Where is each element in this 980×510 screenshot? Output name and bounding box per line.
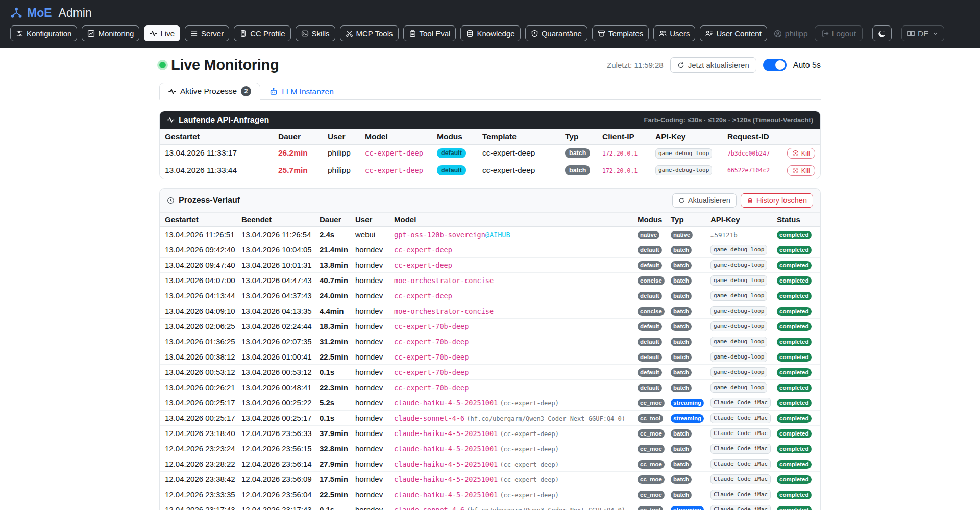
history-row: 13.04.2026 04:13:4413.04.2026 04:37:4324… (160, 288, 820, 303)
app-header: MoE Admin KonfigurationMonitoringLiveSer… (0, 0, 980, 48)
cell-started: 13.04.2026 00:38:12 (160, 349, 236, 365)
server-icon (190, 30, 198, 37)
cell-started: 13.04.2026 11:26:51 (160, 227, 236, 242)
cell-modus: concise (632, 273, 666, 288)
cell-duration: 17.5min (314, 472, 350, 487)
api-key-badge: game-debug-loop (710, 275, 767, 286)
cell-user: philipp (323, 162, 360, 178)
tab-aktive-prozesse[interactable]: Aktive Prozesse 2 (159, 83, 260, 100)
tab-llm-instanzen[interactable]: LLM Instanzen (260, 84, 343, 100)
language-select[interactable]: DE (901, 26, 944, 41)
history-row: 13.04.2026 11:26:5113.04.2026 11:26:542.… (160, 227, 820, 242)
nav-cc-profile[interactable]: CC Profile (234, 26, 290, 41)
history-clear-button[interactable]: History löschen (741, 193, 813, 208)
col-modus: Modus (632, 213, 666, 227)
current-user-name: philipp (785, 29, 808, 38)
refresh-now-button[interactable]: Jetzt aktualisieren (670, 57, 756, 73)
shield-icon (531, 30, 538, 37)
cell-typ: streaming (666, 502, 705, 510)
cell-duration: 0.1s (314, 365, 350, 380)
cell-typ: batch (666, 303, 705, 319)
modus-badge: default (638, 338, 662, 346)
cell-status: completed (772, 227, 820, 242)
nav-knowledge[interactable]: Knowledge (460, 26, 520, 41)
modus-badge: cc_moe (638, 429, 665, 438)
cell-ended: 12.04.2026 23:56:04 (236, 487, 314, 502)
cell-typ: streaming (666, 395, 705, 411)
history-row: 13.04.2026 00:26:2113.04.2026 00:48:4122… (160, 380, 820, 395)
tabs: Aktive Prozesse 2 LLM Instanzen (159, 83, 821, 100)
history-refresh-button[interactable]: Aktualisieren (672, 193, 737, 208)
cell-user: horndev (350, 273, 389, 288)
nav-label: CC Profile (250, 29, 285, 38)
nav-label: Quarantäne (542, 29, 582, 38)
cell-modus: cc_tool (632, 411, 666, 426)
nav-live[interactable]: Live (144, 26, 180, 41)
col-status: Status (772, 213, 820, 227)
history-row: 12.04.2026 23:23:2412.04.2026 23:56:1532… (160, 441, 820, 456)
modus-badge: default (437, 148, 466, 158)
cell-client-ip: 172.20.0.1 (597, 162, 650, 178)
nav-mcp-tools[interactable]: MCP Tools (340, 26, 399, 41)
pulse-icon (150, 30, 157, 37)
nav-server[interactable]: Server (185, 26, 229, 41)
api-key-badge: game-debug-loop (710, 382, 767, 393)
cell-typ: batch (666, 441, 705, 456)
typ-badge: batch (671, 276, 692, 285)
clipboard-icon (409, 30, 416, 37)
nav-users[interactable]: Users (653, 26, 695, 41)
cell-modus: cc_moe (632, 456, 666, 472)
dark-mode-toggle[interactable] (872, 26, 892, 41)
kill-button[interactable]: Kill (787, 148, 815, 159)
cell-template: cc-expert-deep (477, 162, 560, 178)
modus-badge: cc_tool (638, 506, 663, 510)
cell-typ: batch (666, 242, 705, 258)
last-update-label: Zuletzt: 11:59:28 (607, 61, 664, 69)
cell-ended: 13.04.2026 00:48:41 (236, 380, 314, 395)
col-gestartet: Gestartet (160, 129, 273, 145)
modus-badge: concise (638, 276, 665, 285)
cell-user: horndev (350, 349, 389, 365)
cell-api-key: Claude Code iMac (705, 426, 772, 441)
cell-ended: 13.04.2026 02:07:35 (236, 334, 314, 349)
cell-status: completed (772, 349, 820, 365)
cell-user: webui (350, 227, 389, 242)
cell-typ: batch (666, 380, 705, 395)
cell-modus: default (432, 145, 477, 162)
active-requests-panel: Laufende API-Anfragen Farb-Coding: ≤30s … (159, 111, 821, 179)
typ-badge: batch (671, 491, 692, 499)
sliders-icon (16, 30, 23, 37)
col-client-ip: Client-IP (597, 129, 650, 145)
active-count-badge: 2 (241, 86, 251, 96)
nav-templates[interactable]: Templates (592, 26, 649, 41)
history-row: 12.04.2026 23:17:4312.04.2026 23:17:430.… (160, 502, 820, 510)
logout-button[interactable]: Logout (815, 26, 863, 41)
cell-typ: batch (666, 487, 705, 502)
person-circle-icon (774, 30, 782, 38)
typ-badge: batch (671, 475, 692, 484)
cell-model: claude-haiku-4-5-20251001 (cc-expert-dee… (389, 487, 632, 502)
nav-konfiguration[interactable]: Konfiguration (10, 26, 77, 41)
nav-tool-eval[interactable]: Tool Eval (403, 26, 456, 41)
status-badge: completed (777, 276, 812, 285)
cell-status: completed (772, 472, 820, 487)
nav-label: Knowledge (477, 29, 514, 38)
nav-skills[interactable]: Skills (296, 26, 335, 41)
cell-modus: default (432, 162, 477, 178)
cell-status: completed (772, 273, 820, 288)
refresh-icon (678, 197, 685, 204)
cell-model: cc-expert-70b-deep (389, 319, 632, 334)
nav-monitoring[interactable]: Monitoring (82, 26, 139, 41)
nav-user-content[interactable]: User Content (700, 26, 767, 41)
cell-api-key: game-debug-loop (705, 242, 772, 258)
api-key-badge: game-debug-loop (710, 260, 767, 270)
nav-quarant-ne[interactable]: Quarantäne (525, 26, 587, 41)
cell-ended: 13.04.2026 04:13:35 (236, 303, 314, 319)
cell-started: 12.04.2026 23:17:43 (160, 502, 236, 510)
kill-button[interactable]: Kill (787, 165, 815, 176)
auto-refresh-toggle[interactable] (763, 59, 787, 71)
cell-duration: 5.2s (314, 395, 350, 411)
cell-modus: default (632, 258, 666, 273)
cell-api-key: Claude Code iMac (705, 441, 772, 456)
status-badge: completed (777, 353, 812, 362)
